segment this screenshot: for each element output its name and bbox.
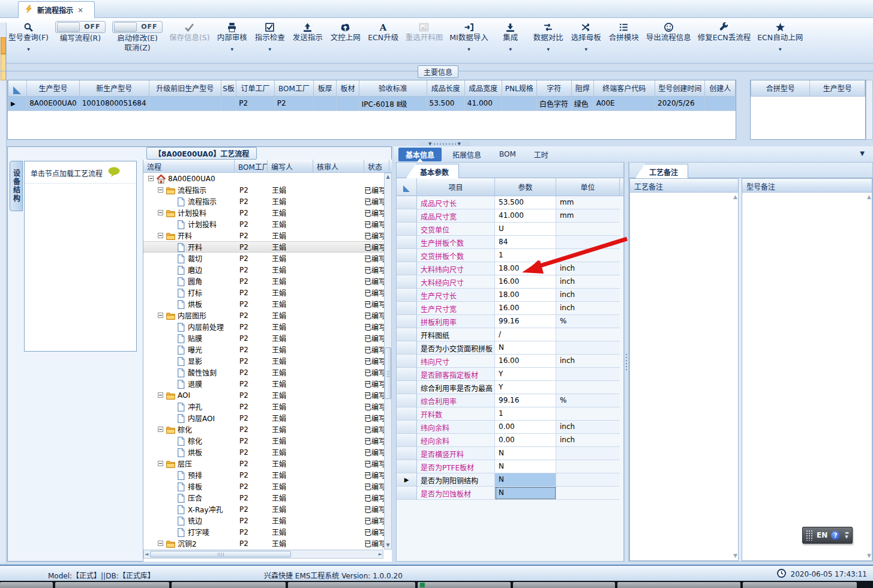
tree-row[interactable]: 打字唛P2王娟已编写 [143,526,392,538]
main-col-header[interactable]: 字符 [536,80,571,96]
toolbar-item-checkbox[interactable]: 指示检查▾ [254,21,286,54]
tree-node-label[interactable]: 圆角 [188,276,202,286]
toolbar-item-search[interactable]: 型号查询(F)▾ [8,21,49,54]
param-row[interactable]: 是否横竖开料N [397,447,623,460]
select-all-corner[interactable] [8,80,27,96]
main-col-header[interactable]: 成品宽度 [464,80,502,96]
main-col-header[interactable]: 型号创建时间 [655,80,705,96]
param-row[interactable]: 开料数1 [397,407,623,421]
main-col-header[interactable]: PNL规格 [502,80,536,96]
main-cell[interactable]: 8A00E00UA0 [27,96,80,110]
toggle-knob[interactable] [57,22,80,32]
tree-row[interactable]: 曝光P2王娟已编写 [143,344,392,355]
tree-node-label[interactable]: 内层前处理 [188,322,224,332]
tree-node-label[interactable]: 烘板 [188,299,202,309]
param-row[interactable]: 生产拼板个数84 [397,236,623,249]
param-value-cell[interactable]: N [495,487,556,500]
param-row[interactable]: 综合利用率是否为最高Y [397,381,623,394]
expander-icon[interactable] [158,541,163,546]
toolbar-item-smiley[interactable]: 导出流程信息 [646,21,691,43]
tree-node-label[interactable]: 棕化 [178,424,192,434]
toolbar-item-download[interactable]: 集成▾ [495,21,526,54]
param-value-cell[interactable]: 41.000 [495,209,556,223]
params-col-header[interactable]: 项目 [417,178,495,196]
taskbar-button[interactable] [743,582,857,588]
main-col-header[interactable]: 板厚 [314,80,337,96]
param-value-cell[interactable]: N [495,341,556,355]
tree-row[interactable]: 显影P2王娟已编写 [143,355,392,367]
param-row-header[interactable] [397,249,417,262]
tree-row[interactable]: 退膜P2王娟已编写 [143,378,392,389]
param-row[interactable]: 交货拼板个数1 [397,249,623,262]
main-col-header[interactable]: 终端客户代码 [593,80,655,96]
toolbar-item-star[interactable]: ECN自动上网▾ [757,21,803,54]
main-col-header[interactable]: 验收标准 [359,80,427,96]
tree-row[interactable]: X-Ray冲孔P2王娟已编写 [143,503,392,515]
tree-row[interactable]: 贴膜P2王娟已编写 [143,332,392,344]
main-cell[interactable]: IPC-6018 Ⅱ级 [359,96,427,110]
tree-row[interactable]: 冲孔P2王娟已编写 [143,401,392,412]
toolbar-item-shuffle[interactable]: 选择母板▾ [571,21,602,54]
toolbar-item-printer[interactable]: 内部审核▾ [217,21,248,54]
scroll-up-icon[interactable]: ▲ [733,194,737,200]
tree-col-header[interactable]: 编写人 [268,160,313,172]
tree-node-label[interactable]: 计划投料 [188,219,217,229]
tree-row[interactable]: 8A00E00UA0 [143,173,392,184]
param-row-header[interactable] [397,289,417,302]
main-col-header[interactable]: 板材 [337,80,359,96]
main-cell[interactable]: 白色字符 [536,96,571,110]
param-value-cell[interactable]: 0.00 [495,434,556,447]
tree-row[interactable]: 流程指示P2王娟已编写 [143,184,392,196]
param-row-header[interactable] [397,421,417,434]
param-row-header[interactable] [397,262,417,275]
param-row[interactable]: 纬向尺寸16.00inch [397,355,623,368]
scroll-up-icon[interactable]: ▲ [867,194,871,200]
chevron-down-icon[interactable]: ▾ [547,44,550,54]
param-value-cell[interactable]: N [495,473,556,487]
docked-panel-edge[interactable] [0,23,7,563]
param-row[interactable]: 交货单位U [397,223,623,236]
tree-row[interactable]: 烘板P2王娟已编写 [143,298,392,310]
main-col-header[interactable]: BOM工厂 [274,80,314,96]
tree-row[interactable]: 裁切P2王娟已编写 [143,253,392,264]
tree-node-label[interactable]: 棕化 [188,436,202,446]
main-cell[interactable]: P2 [236,96,274,110]
tree-node-label[interactable]: 裁切 [188,253,202,263]
param-row[interactable]: 经向余料0.00inch [397,434,623,447]
param-value-cell[interactable]: 0.00 [495,421,556,434]
param-row[interactable]: 生产尺寸宽16.00inch [397,302,623,315]
tab-basic-params[interactable]: 基本参数 [406,164,459,178]
taskbar-button[interactable] [288,582,415,588]
taskbar-button[interactable] [513,582,615,588]
tree-row[interactable]: 磨边P2王娟已编写 [143,264,392,275]
param-value-cell[interactable]: N [495,460,556,473]
tree-row[interactable]: 棕化P2王娟已编写 [143,435,392,446]
language-indicator[interactable]: EN [817,531,827,539]
param-row-header[interactable] [397,407,417,421]
tree-row[interactable]: 排板P2王娟已编写 [143,481,392,492]
tree-row[interactable]: AOIP2王娟已编写 [143,389,392,401]
tree-node-label[interactable]: 烘板 [188,447,202,457]
toolbar-item-import[interactable]: MI数据导入▾ [449,21,488,54]
chevron-down-icon[interactable]: ▾ [584,44,587,54]
param-row-header[interactable] [397,302,417,315]
tree-col-header[interactable]: 状态 [364,160,389,172]
tree-node-label[interactable]: 压合 [188,493,202,503]
main-cell[interactable]: 53.500 [427,96,464,110]
param-row-header[interactable] [397,209,417,223]
expander-icon[interactable] [158,427,163,432]
scrollbar-thumb[interactable] [385,347,391,399]
main-cell[interactable]: 2020/5/26 [655,96,705,110]
tree-row[interactable]: 计划投料P2王娟已编写 [143,218,392,230]
toolbar-item-upload[interactable]: 发送指示 [292,21,323,43]
document-tab[interactable]: 新流程指示 × [18,1,95,18]
param-row[interactable]: 成品尺寸长53.500mm [397,196,623,209]
main-col-header[interactable]: 生产型号 [27,80,80,96]
tab-process-remark[interactable]: 工艺备注 [635,164,688,178]
param-value-cell[interactable]: 99.16 [495,315,556,328]
tree-node-label[interactable]: X-Ray冲孔 [188,504,223,514]
tree-node-label[interactable]: 酸性蚀刻 [188,367,217,377]
toolbar-item-compare[interactable]: 数据对比▾ [533,21,564,54]
main-cell[interactable]: 绿色 [571,96,593,110]
tree-horizontal-scrollbar[interactable]: ◄ ► [143,550,383,559]
